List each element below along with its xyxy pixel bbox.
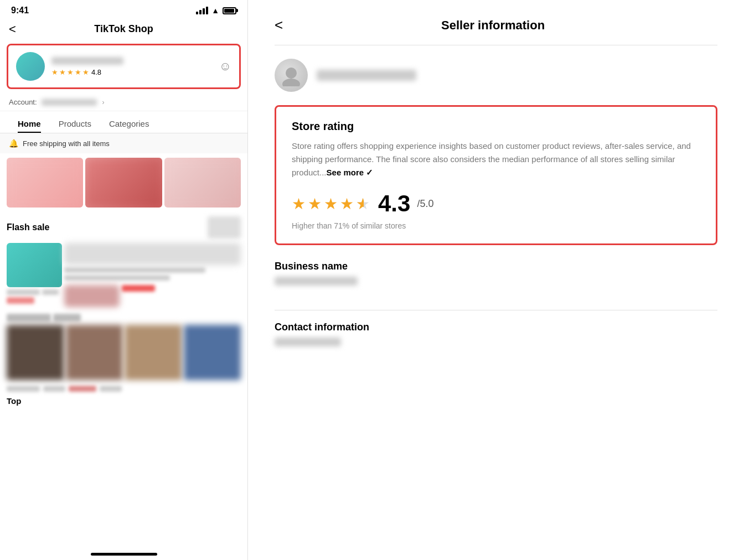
flash-items	[0, 241, 247, 312]
nav-header: < TikTok Shop	[0, 19, 247, 42]
tab-products[interactable]: Products	[50, 113, 100, 133]
big-img-4[interactable]	[184, 325, 241, 380]
shop-avatar	[16, 52, 45, 81]
store-rating-desc: Store rating offers shopping experience …	[292, 139, 700, 179]
seller-name	[317, 70, 416, 81]
left-nav-title: TikTok Shop	[94, 23, 153, 35]
business-name-section: Business name	[275, 261, 717, 286]
seller-avatar	[275, 59, 308, 92]
left-panel: 9:41 ▲ < TikTok Shop ★ ★ ★	[0, 0, 248, 560]
business-name-title: Business name	[275, 261, 717, 272]
store-rating-box: Store rating Store rating offers shoppin…	[275, 105, 717, 245]
contact-info-value	[275, 338, 341, 346]
shop-rating: ★ ★ ★ ★ ★ 4.8	[51, 68, 123, 76]
business-name-value	[275, 277, 358, 286]
shop-info: ★ ★ ★ ★ ★ 4.8	[51, 57, 123, 76]
status-bar: 9:41 ▲	[0, 0, 247, 19]
svg-point-0	[286, 68, 297, 79]
product-thumb-1[interactable]	[7, 158, 83, 208]
star-5: ★	[82, 68, 89, 76]
tabs: Home Products Categories	[0, 113, 247, 133]
right-panel: < Seller information Store rating Store …	[248, 0, 744, 560]
product-thumb-2[interactable]	[85, 158, 162, 208]
left-back-button[interactable]: <	[9, 22, 16, 37]
shop-card[interactable]: ★ ★ ★ ★ ★ 4.8 ☺	[7, 44, 241, 89]
account-row[interactable]: Account: ›	[0, 94, 247, 111]
contact-info-section: Contact information	[275, 322, 717, 346]
status-icons: ▲	[196, 6, 236, 15]
flash-img-1	[7, 243, 62, 287]
big-image-section	[0, 323, 247, 382]
shop-card-left: ★ ★ ★ ★ ★ 4.8	[16, 52, 123, 81]
shop-name-blurred	[51, 57, 123, 65]
tab-home[interactable]: Home	[9, 113, 50, 133]
star-2: ★	[59, 68, 66, 76]
big-img-1[interactable]	[7, 325, 64, 380]
bottom-label: Top	[0, 393, 247, 407]
home-indicator	[91, 553, 157, 556]
star-lg-4: ★	[340, 195, 354, 213]
shop-stars: ★ ★ ★ ★ ★	[51, 68, 89, 76]
account-value	[42, 99, 97, 106]
status-time: 9:41	[11, 6, 29, 15]
right-nav: < Seller information	[275, 0, 717, 45]
see-more-link[interactable]: See more ✓	[327, 168, 374, 177]
right-page-title: Seller information	[294, 18, 692, 33]
tab-categories[interactable]: Categories	[100, 113, 158, 133]
truck-icon: 🔔	[9, 139, 18, 148]
flash-item-1[interactable]	[7, 243, 62, 307]
big-img-3[interactable]	[125, 325, 182, 380]
rating-value: 4.3	[378, 190, 410, 217]
contact-info-title: Contact information	[275, 322, 717, 333]
flash-sale-header: Flash sale	[0, 212, 247, 241]
wifi-icon: ▲	[211, 6, 219, 15]
account-chevron-icon: ›	[102, 98, 105, 106]
seller-header	[275, 59, 717, 92]
message-icon[interactable]: ☺	[219, 59, 231, 74]
flash-sale-thumb	[208, 216, 241, 238]
signal-bars-icon	[196, 7, 208, 14]
star-4: ★	[75, 68, 81, 76]
star-lg-3: ★	[324, 195, 338, 213]
product-label-row	[0, 382, 247, 393]
blurred-header-row	[0, 312, 247, 323]
star-1: ★	[51, 68, 58, 76]
account-label: Account:	[9, 98, 37, 106]
rating-display: ★ ★ ★ ★ ★ ★ 4.3/5.0	[292, 190, 700, 217]
rating-max: /5.0	[417, 198, 433, 210]
star-3: ★	[67, 68, 74, 76]
product-grid	[0, 153, 247, 212]
shop-rating-value: 4.8	[91, 68, 101, 76]
product-thumb-3[interactable]	[164, 158, 241, 208]
rating-stars: ★ ★ ★ ★ ★ ★	[292, 195, 371, 213]
flash-item-2[interactable]	[64, 243, 241, 307]
star-lg-2: ★	[308, 195, 322, 213]
divider-1	[275, 310, 717, 310]
rating-comparison: Higher than 71% of similar stores	[292, 221, 700, 230]
battery-icon	[223, 7, 236, 14]
free-shipping-text: Free shipping with all items	[23, 139, 110, 148]
flash-sale-title: Flash sale	[7, 222, 49, 232]
big-img-2[interactable]	[66, 325, 123, 380]
svg-point-1	[282, 79, 300, 86]
star-lg-5: ★ ★	[356, 195, 371, 210]
free-shipping-banner: 🔔 Free shipping with all items	[0, 133, 247, 153]
star-lg-1: ★	[292, 195, 306, 213]
right-back-button[interactable]: <	[275, 17, 283, 34]
store-rating-title: Store rating	[292, 120, 700, 133]
